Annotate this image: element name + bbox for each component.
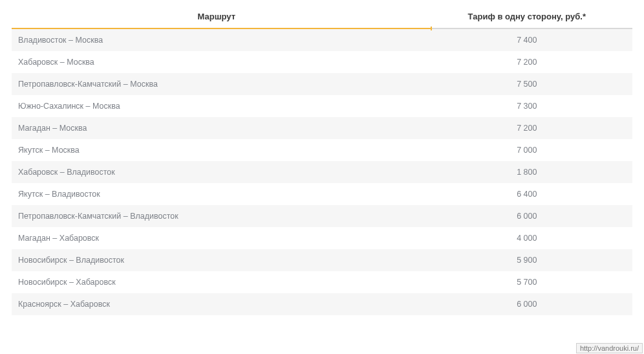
cell-route: Якутск – Владивосток [12,183,422,205]
cell-route: Владивосток – Москва [12,29,422,51]
cell-price: 7 500 [422,73,632,95]
cell-price: 6 000 [422,293,632,315]
table-row: Хабаровск – Владивосток1 800 [12,161,632,183]
watermark: http://vandrouki.ru/ [576,343,643,353]
table-row: Хабаровск – Москва7 200 [12,51,632,73]
cell-route: Новосибирск – Хабаровск [12,271,422,293]
cell-route: Петропавловск-Камчатский – Владивосток [12,205,422,227]
cell-route: Красноярск – Хабаровск [12,293,422,315]
cell-price: 4 000 [422,227,632,249]
header-divider [12,28,632,29]
table-row: Петропавловск-Камчатский – Владивосток6 … [12,205,632,227]
cell-route: Якутск – Москва [12,139,422,161]
cell-price: 6 400 [422,183,632,205]
cell-price: 7 200 [422,117,632,139]
cell-price: 1 800 [422,161,632,183]
table-row: Владивосток – Москва7 400 [12,29,632,51]
cell-price: 7 000 [422,139,632,161]
table-row: Новосибирск – Хабаровск5 700 [12,271,632,293]
table-header-row: Маршрут Тариф в одну сторону, руб.* [12,6,632,28]
table-row: Новосибирск – Владивосток5 900 [12,249,632,271]
cell-price: 5 700 [422,271,632,293]
table-body: Владивосток – Москва7 400Хабаровск – Мос… [12,29,632,315]
table-container: Маршрут Тариф в одну сторону, руб.* Влад… [0,0,644,315]
table-row: Петропавловск-Камчатский – Москва7 500 [12,73,632,95]
cell-price: 7 400 [422,29,632,51]
cell-route: Новосибирск – Владивосток [12,249,422,271]
cell-price: 5 900 [422,249,632,271]
table-row: Южно-Сахалинск – Москва7 300 [12,95,632,117]
header-route: Маршрут [12,6,422,28]
table-row: Магадан – Москва7 200 [12,117,632,139]
cell-route: Южно-Сахалинск – Москва [12,95,422,117]
cell-price: 6 000 [422,205,632,227]
header-price: Тариф в одну сторону, руб.* [422,6,632,28]
cell-route: Петропавловск-Камчатский – Москва [12,73,422,95]
table-row: Красноярск – Хабаровск6 000 [12,293,632,315]
fare-table: Маршрут Тариф в одну сторону, руб.* Влад… [12,6,632,315]
cell-route: Магадан – Москва [12,117,422,139]
cell-price: 7 200 [422,51,632,73]
cell-price: 7 300 [422,95,632,117]
table-row: Якутск – Москва7 000 [12,139,632,161]
table-row: Магадан – Хабаровск4 000 [12,227,632,249]
cell-route: Хабаровск – Москва [12,51,422,73]
table-row: Якутск – Владивосток6 400 [12,183,632,205]
cell-route: Магадан – Хабаровск [12,227,422,249]
cell-route: Хабаровск – Владивосток [12,161,422,183]
